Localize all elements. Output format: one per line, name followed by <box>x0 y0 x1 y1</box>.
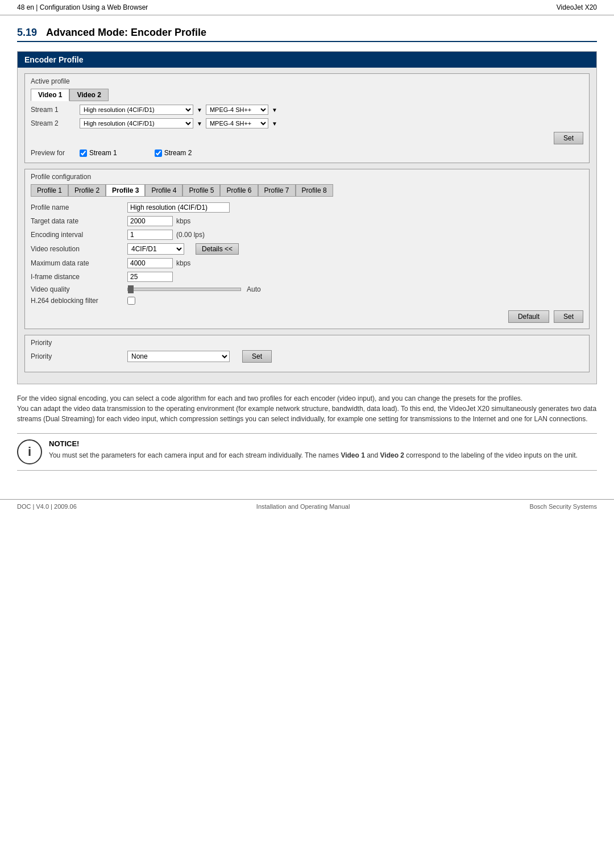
video-quality-slider-thumb[interactable] <box>128 285 134 293</box>
stream2-resolution-select[interactable]: High resolution (4CIF/D1) <box>80 118 193 128</box>
panel-content: Active profile Video 1 Video 2 Stream 1 … <box>18 68 596 384</box>
tab-video2[interactable]: Video 2 <box>69 89 108 101</box>
section-heading: 5.19 Advanced Mode: Encoder Profile <box>17 27 597 42</box>
notice-body: You must set the parameters for each cam… <box>49 450 597 460</box>
target-data-rate-unit: kbps <box>176 217 190 225</box>
max-data-rate-label: Maximum data rate <box>31 259 127 267</box>
priority-group: Priority Priority None Set <box>24 335 590 372</box>
priority-set-button[interactable]: Set <box>242 350 272 363</box>
priority-legend: Priority <box>31 339 583 347</box>
footer-right: Bosch Security Systems <box>529 503 597 510</box>
profile-set-button[interactable]: Set <box>554 310 583 323</box>
preview-row: Preview for Stream 1 Stream 2 <box>31 149 583 157</box>
profile-name-input[interactable] <box>127 202 230 213</box>
profile-name-label: Profile name <box>31 203 127 211</box>
stream1-resolution-select[interactable]: High resolution (4CIF/D1) <box>80 105 193 115</box>
stream1-codec-arrow: ▼ <box>197 107 202 113</box>
stream2-codec-arrow: ▼ <box>197 121 202 127</box>
notice-title: NOTICE! <box>49 439 597 448</box>
stream1-codec-arrow2: ▼ <box>272 107 277 113</box>
profile-tab-6[interactable]: Profile 6 <box>220 184 258 197</box>
max-data-rate-row: Maximum data rate kbps <box>31 258 583 268</box>
description-para2: You can adapt the video data transmissio… <box>17 404 597 424</box>
stream1-codec-select[interactable]: MPEG-4 SH++ <box>206 105 268 115</box>
profile-config-group: Profile configuration Profile 1 Profile … <box>24 169 590 329</box>
priority-select[interactable]: None <box>127 351 230 362</box>
page-header: 48 en | Configuration Using a Web Browse… <box>0 0 614 15</box>
details-button[interactable]: Details << <box>196 243 239 255</box>
active-profile-set-button[interactable]: Set <box>554 132 583 144</box>
page-body: 5.19 Advanced Mode: Encoder Profile Enco… <box>0 15 614 488</box>
deblocking-filter-label: H.264 deblocking filter <box>31 297 127 305</box>
target-data-rate-row: Target data rate kbps <box>31 216 583 226</box>
profile-tab-1[interactable]: Profile 1 <box>31 184 68 197</box>
iframe-distance-row: I-frame distance <box>31 272 583 282</box>
header-left: 48 en | Configuration Using a Web Browse… <box>17 3 148 11</box>
default-button[interactable]: Default <box>508 310 549 323</box>
max-data-rate-input[interactable] <box>127 258 173 268</box>
video-quality-slider-container: Auto <box>127 285 261 293</box>
stream2-row: Stream 2 High resolution (4CIF/D1) ▼ MPE… <box>31 118 583 128</box>
encoding-interval-label: Encoding interval <box>31 231 127 239</box>
profile-config-bottom-btns: Default Set <box>31 310 583 323</box>
priority-row: Priority None Set <box>31 350 583 363</box>
active-profile-group: Active profile Video 1 Video 2 Stream 1 … <box>24 73 590 163</box>
encoder-panel: Encoder Profile Active profile Video 1 V… <box>17 51 597 384</box>
tab-video1[interactable]: Video 1 <box>31 89 69 101</box>
section-number: 5.19 <box>17 27 37 39</box>
page-footer: DOC | V4.0 | 2009.06 Installation and Op… <box>0 499 614 513</box>
max-data-rate-unit: kbps <box>176 259 190 267</box>
profile-tab-8[interactable]: Profile 8 <box>296 184 333 197</box>
priority-label: Priority <box>31 352 127 360</box>
notice-content: NOTICE! You must set the parameters for … <box>49 439 597 460</box>
encoding-interval-input[interactable] <box>127 230 173 240</box>
description-para1: For the video signal encoding, you can s… <box>17 393 597 404</box>
preview-stream2-check[interactable]: Stream 2 <box>155 149 192 157</box>
profile-tabs: Profile 1 Profile 2 Profile 3 Profile 4 … <box>31 184 583 197</box>
profile-tab-3[interactable]: Profile 3 <box>106 184 145 197</box>
preview-stream1-check[interactable]: Stream 1 <box>80 149 117 157</box>
profile-tab-7[interactable]: Profile 7 <box>258 184 296 197</box>
video-quality-row: Video quality Auto <box>31 285 583 293</box>
preview-stream1-label: Stream 1 <box>89 149 117 157</box>
active-profile-set-row: Set <box>31 132 583 144</box>
preview-stream2-checkbox[interactable] <box>155 149 162 157</box>
profile-config-legend: Profile configuration <box>31 173 583 181</box>
stream2-codec-select[interactable]: MPEG-4 SH++ <box>206 118 268 128</box>
profile-tab-2[interactable]: Profile 2 <box>68 184 106 197</box>
target-data-rate-input[interactable] <box>127 216 173 226</box>
encoding-interval-row: Encoding interval (0.00 lps) <box>31 230 583 240</box>
video-resolution-row: Video resolution 4CIF/D1 Details << <box>31 243 583 255</box>
stream2-codec-arrow2: ▼ <box>272 121 277 127</box>
preview-stream2-label: Stream 2 <box>164 149 192 157</box>
section-title: Advanced Mode: Encoder Profile <box>46 27 206 39</box>
header-right: VideoJet X20 <box>557 3 597 11</box>
stream2-label: Stream 2 <box>31 119 76 127</box>
notice-box: i NOTICE! You must set the parameters fo… <box>17 433 597 471</box>
encoder-panel-header: Encoder Profile <box>18 52 596 68</box>
video-resolution-select[interactable]: 4CIF/D1 <box>127 243 184 255</box>
deblocking-filter-row: H.264 deblocking filter <box>31 297 583 305</box>
stream1-label: Stream 1 <box>31 106 76 114</box>
video-quality-label: Video quality <box>31 285 127 293</box>
video-quality-slider-track[interactable] <box>127 288 241 291</box>
video-tabs: Video 1 Video 2 <box>31 89 583 101</box>
iframe-distance-input[interactable] <box>127 272 173 282</box>
iframe-distance-label: I-frame distance <box>31 273 127 281</box>
profile-tab-4[interactable]: Profile 4 <box>145 184 182 197</box>
description-text: For the video signal encoding, you can s… <box>17 393 597 424</box>
target-data-rate-label: Target data rate <box>31 217 127 225</box>
profile-tab-5[interactable]: Profile 5 <box>182 184 220 197</box>
profile-name-row: Profile name <box>31 202 583 213</box>
encoding-interval-unit: (0.00 lps) <box>176 231 205 239</box>
footer-center: Installation and Operating Manual <box>256 503 350 510</box>
footer-left: DOC | V4.0 | 2009.06 <box>17 503 77 510</box>
video-resolution-label: Video resolution <box>31 245 127 253</box>
notice-icon: i <box>17 439 42 464</box>
video-quality-auto-label: Auto <box>247 285 261 293</box>
preview-label: Preview for <box>31 149 76 157</box>
preview-stream1-checkbox[interactable] <box>80 149 87 157</box>
active-profile-legend: Active profile <box>31 77 583 85</box>
deblocking-filter-checkbox[interactable] <box>127 297 135 305</box>
stream1-row: Stream 1 High resolution (4CIF/D1) ▼ MPE… <box>31 105 583 115</box>
